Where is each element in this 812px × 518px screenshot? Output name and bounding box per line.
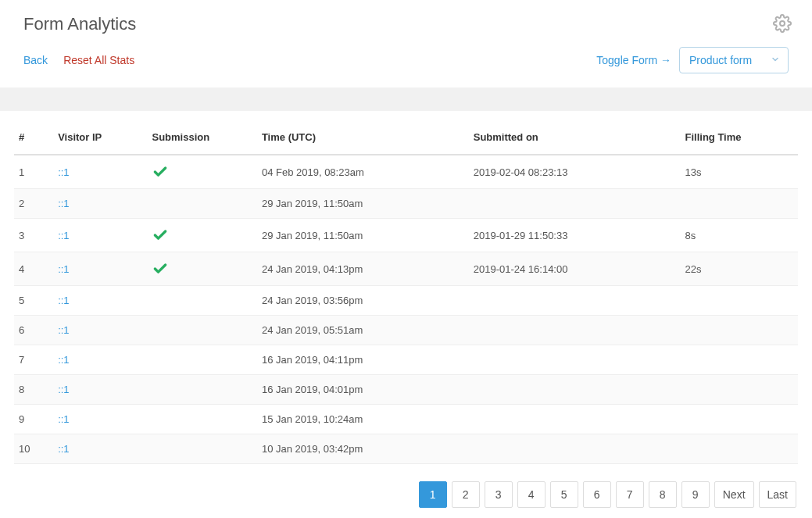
page-title: Form Analytics [23, 14, 789, 34]
visitor-ip-link[interactable]: ::1 [58, 413, 69, 425]
cell-time: 16 Jan 2019, 04:11pm [257, 345, 469, 375]
chevron-down-icon [771, 54, 780, 66]
analytics-table: # Visitor IP Submission Time (UTC) Submi… [14, 119, 798, 464]
cell-submitted-on [469, 286, 681, 316]
cell-ip: ::1 [53, 286, 147, 316]
cell-ip: ::1 [53, 434, 147, 464]
cell-ip: ::1 [53, 316, 147, 345]
visitor-ip-link[interactable]: ::1 [58, 166, 69, 178]
cell-submitted-on: 2019-01-24 16:14:00 [469, 252, 681, 286]
col-header-submitted: Submitted on [469, 119, 681, 155]
toggle-form-link[interactable]: Toggle Form → [596, 54, 671, 66]
visitor-ip-link[interactable]: ::1 [58, 324, 69, 336]
form-select[interactable]: Product form [679, 47, 789, 73]
cell-filling-time [681, 316, 798, 345]
check-icon [152, 164, 252, 180]
cell-num: 5 [14, 286, 53, 316]
cell-submission [148, 316, 257, 345]
cell-filling-time: 13s [681, 155, 798, 189]
cell-submission [148, 286, 257, 316]
col-header-ip: Visitor IP [53, 119, 147, 155]
form-select-value: Product form [689, 54, 752, 66]
cell-submitted-on [469, 345, 681, 375]
cell-ip: ::1 [53, 252, 147, 286]
table-row: 6::124 Jan 2019, 05:51am [14, 316, 798, 345]
cell-ip: ::1 [53, 405, 147, 434]
cell-filling-time [681, 286, 798, 316]
cell-time: 29 Jan 2019, 11:50am [257, 189, 469, 219]
table-row: 9::115 Jan 2019, 10:24am [14, 405, 798, 434]
col-header-num: # [14, 119, 53, 155]
page-last-button[interactable]: Last [759, 481, 796, 508]
cell-submitted-on: 2019-02-04 08:23:13 [469, 155, 681, 189]
col-header-submission: Submission [148, 119, 257, 155]
visitor-ip-link[interactable]: ::1 [58, 443, 69, 455]
cell-time: 24 Jan 2019, 05:51am [257, 316, 469, 345]
page-button-8[interactable]: 8 [649, 481, 677, 508]
visitor-ip-link[interactable]: ::1 [58, 230, 69, 241]
settings-button[interactable] [773, 14, 792, 33]
cell-submission [148, 155, 257, 189]
cell-filling-time [681, 375, 798, 405]
cell-submission [148, 405, 257, 434]
cell-num: 8 [14, 375, 53, 405]
cell-num: 1 [14, 155, 53, 189]
cell-submitted-on [469, 316, 681, 345]
table-row: 2::129 Jan 2019, 11:50am [14, 189, 798, 219]
visitor-ip-link[interactable]: ::1 [58, 354, 69, 366]
table-row: 10::110 Jan 2019, 03:42pm [14, 434, 798, 464]
reset-stats-link[interactable]: Reset All Stats [63, 54, 134, 66]
visitor-ip-link[interactable]: ::1 [58, 198, 69, 209]
page-button-4[interactable]: 4 [517, 481, 546, 508]
cell-submission [148, 375, 257, 405]
cell-ip: ::1 [53, 375, 147, 405]
visitor-ip-link[interactable]: ::1 [58, 384, 69, 395]
divider-band [0, 88, 812, 111]
col-header-filling: Filling Time [681, 119, 798, 155]
cell-ip: ::1 [53, 345, 147, 375]
cell-num: 2 [14, 189, 53, 219]
page-button-9[interactable]: 9 [681, 481, 710, 508]
col-header-time: Time (UTC) [257, 119, 469, 155]
back-link[interactable]: Back [23, 54, 48, 66]
page-button-2[interactable]: 2 [452, 481, 480, 508]
page-button-5[interactable]: 5 [550, 481, 578, 508]
cell-filling-time [681, 345, 798, 375]
table-row: 8::116 Jan 2019, 04:01pm [14, 375, 798, 405]
page-button-1[interactable]: 1 [419, 481, 447, 508]
cell-ip: ::1 [53, 189, 147, 219]
cell-num: 6 [14, 316, 53, 345]
cell-num: 9 [14, 405, 53, 434]
cell-time: 04 Feb 2019, 08:23am [257, 155, 469, 189]
page-button-7[interactable]: 7 [616, 481, 644, 508]
table-row: 1::104 Feb 2019, 08:23am2019-02-04 08:23… [14, 155, 798, 189]
visitor-ip-link[interactable]: ::1 [58, 263, 69, 275]
cell-filling-time [681, 189, 798, 219]
page-button-3[interactable]: 3 [485, 481, 513, 508]
cell-submitted-on [469, 434, 681, 464]
cell-time: 16 Jan 2019, 04:01pm [257, 375, 469, 405]
table-row: 3::129 Jan 2019, 11:50am2019-01-29 11:50… [14, 219, 798, 252]
pagination: 123456789NextLast [14, 481, 798, 508]
cell-num: 3 [14, 219, 53, 252]
cell-submitted-on [469, 405, 681, 434]
table-row: 4::124 Jan 2019, 04:13pm2019-01-24 16:14… [14, 252, 798, 286]
cell-submitted-on: 2019-01-29 11:50:33 [469, 219, 681, 252]
cell-filling-time: 22s [681, 252, 798, 286]
cell-submitted-on [469, 189, 681, 219]
cell-time: 24 Jan 2019, 03:56pm [257, 286, 469, 316]
check-icon [152, 227, 252, 243]
table-row: 5::124 Jan 2019, 03:56pm [14, 286, 798, 316]
check-icon [152, 261, 252, 277]
cell-filling-time [681, 405, 798, 434]
cell-time: 29 Jan 2019, 11:50am [257, 219, 469, 252]
cell-time: 24 Jan 2019, 04:13pm [257, 252, 469, 286]
cell-filling-time [681, 434, 798, 464]
page-next-button[interactable]: Next [714, 481, 754, 508]
cell-time: 15 Jan 2019, 10:24am [257, 405, 469, 434]
cell-submission [148, 434, 257, 464]
cell-num: 10 [14, 434, 53, 464]
visitor-ip-link[interactable]: ::1 [58, 295, 69, 306]
cell-num: 4 [14, 252, 53, 286]
page-button-6[interactable]: 6 [583, 481, 611, 508]
